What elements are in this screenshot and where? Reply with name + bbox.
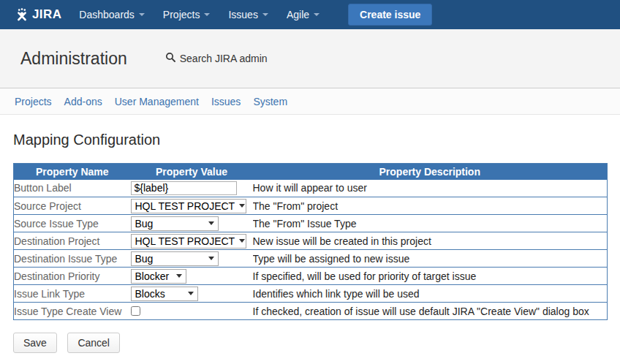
top-nav-bar: JIRA Dashboards Projects Issues Agile Cr… xyxy=(0,0,620,29)
jira-logo-text: JIRA xyxy=(32,7,61,22)
chevron-down-icon xyxy=(204,13,210,16)
source-project-select[interactable]: HQL TEST PROJECT xyxy=(131,199,246,213)
select-value: Blocks xyxy=(135,288,165,300)
admin-nav-issues[interactable]: Issues xyxy=(211,96,241,107)
property-name-cell: Destination Priority xyxy=(14,268,131,285)
nav-item-issues[interactable]: Issues xyxy=(228,9,268,20)
property-value-cell xyxy=(131,180,253,197)
page-title: Administration xyxy=(20,49,127,69)
nav-item-agile[interactable]: Agile xyxy=(287,9,320,20)
select-value: Bug xyxy=(135,253,154,265)
issue-link-type-select[interactable]: Blocks xyxy=(131,287,198,301)
nav-item-label: Agile xyxy=(287,9,309,20)
button-label-input[interactable] xyxy=(131,181,237,195)
property-name-cell: Issue Type Create View xyxy=(14,303,131,320)
destination-project-select[interactable]: HQL TEST PROJECT xyxy=(131,234,246,249)
table-row: Button Label How it will appear to user xyxy=(14,180,608,197)
select-arrow-icon xyxy=(176,274,182,278)
select-arrow-icon xyxy=(208,257,214,260)
table-row: Issue Link Type Blocks Identifies which … xyxy=(14,285,608,303)
table-row: Source Issue Type Bug The "From" Issue T… xyxy=(14,215,608,232)
admin-search[interactable]: Search JIRA admin xyxy=(165,52,268,65)
admin-nav-addons[interactable]: Add-ons xyxy=(64,96,102,107)
search-icon xyxy=(165,52,175,65)
admin-nav-system[interactable]: System xyxy=(253,96,287,107)
select-value: Blocker xyxy=(135,270,170,282)
column-header-property-description: Property Description xyxy=(253,164,608,180)
property-description-cell: The "From" Issue Type xyxy=(253,215,608,232)
admin-sub-nav: Projects Add-ons User Management Issues … xyxy=(0,88,620,115)
property-value-cell: Blocks xyxy=(131,285,253,303)
select-arrow-icon xyxy=(208,221,214,225)
property-name-cell: Source Project xyxy=(14,197,131,215)
issue-type-create-view-checkbox[interactable] xyxy=(131,306,140,316)
form-actions: Save Cancel xyxy=(13,333,620,353)
select-arrow-icon xyxy=(239,239,245,243)
nav-item-projects[interactable]: Projects xyxy=(163,9,211,20)
property-name-cell: Issue Link Type xyxy=(14,285,131,303)
nav-item-dashboards[interactable]: Dashboards xyxy=(79,9,145,20)
admin-nav-projects[interactable]: Projects xyxy=(15,96,52,107)
admin-search-label: Search JIRA admin xyxy=(180,53,268,64)
chevron-down-icon xyxy=(139,13,145,16)
create-issue-button[interactable]: Create issue xyxy=(348,4,432,26)
chevron-down-icon xyxy=(262,13,268,16)
property-value-cell: Bug xyxy=(131,250,253,268)
property-name-cell: Button Label xyxy=(14,180,131,197)
nav-item-label: Dashboards xyxy=(79,9,135,20)
property-description-cell: New issue will be created in this projec… xyxy=(253,232,608,250)
destination-priority-select[interactable]: Blocker xyxy=(131,269,186,284)
cancel-button[interactable]: Cancel xyxy=(67,333,120,353)
select-arrow-icon xyxy=(188,292,194,295)
column-header-property-name: Property Name xyxy=(14,164,131,180)
chevron-down-icon xyxy=(314,13,320,16)
property-name-cell: Destination Project xyxy=(14,232,131,250)
property-description-cell: If specified, will be used for priority … xyxy=(253,268,608,285)
nav-item-label: Issues xyxy=(228,9,257,20)
column-header-property-value: Property Value xyxy=(131,164,253,180)
select-arrow-icon xyxy=(239,204,245,208)
property-name-cell: Destination Issue Type xyxy=(14,250,131,268)
save-button[interactable]: Save xyxy=(13,333,57,353)
table-row: Source Project HQL TEST PROJECT The "Fro… xyxy=(14,197,608,215)
select-value: HQL TEST PROJECT xyxy=(135,200,235,212)
property-value-cell: Blocker xyxy=(131,268,253,285)
table-row: Destination Project HQL TEST PROJECT New… xyxy=(14,232,608,250)
table-row: Destination Issue Type Bug Type will be … xyxy=(14,250,608,268)
select-value: HQL TEST PROJECT xyxy=(135,235,235,247)
jira-logo[interactable]: JIRA xyxy=(15,7,61,22)
mapping-configuration-table: Property Name Property Value Property De… xyxy=(13,163,608,320)
property-value-cell: HQL TEST PROJECT xyxy=(131,232,253,250)
table-header-row: Property Name Property Value Property De… xyxy=(14,164,608,180)
select-value: Bug xyxy=(135,218,154,230)
property-name-cell: Source Issue Type xyxy=(14,215,131,232)
source-issue-type-select[interactable]: Bug xyxy=(131,216,219,231)
admin-nav-user-management[interactable]: User Management xyxy=(115,96,199,107)
table-row: Destination Priority Blocker If specifie… xyxy=(14,268,608,285)
property-value-cell: HQL TEST PROJECT xyxy=(131,197,253,215)
destination-issue-type-select[interactable]: Bug xyxy=(131,251,219,266)
property-value-cell xyxy=(131,303,253,320)
admin-header: Administration Search JIRA admin xyxy=(0,29,620,88)
property-description-cell: The "From" project xyxy=(253,197,608,215)
property-description-cell: How it will appear to user xyxy=(253,180,608,197)
property-description-cell: If checked, creation of issue will use d… xyxy=(253,303,608,320)
table-row: Issue Type Create View If checked, creat… xyxy=(14,303,608,320)
jira-logo-icon xyxy=(15,8,29,21)
nav-item-label: Projects xyxy=(163,9,200,20)
section-heading: Mapping Configuration xyxy=(13,132,620,148)
property-value-cell: Bug xyxy=(131,215,253,232)
property-description-cell: Type will be assigned to new issue xyxy=(253,250,608,268)
property-description-cell: Identifies which link type will be used xyxy=(253,285,608,303)
